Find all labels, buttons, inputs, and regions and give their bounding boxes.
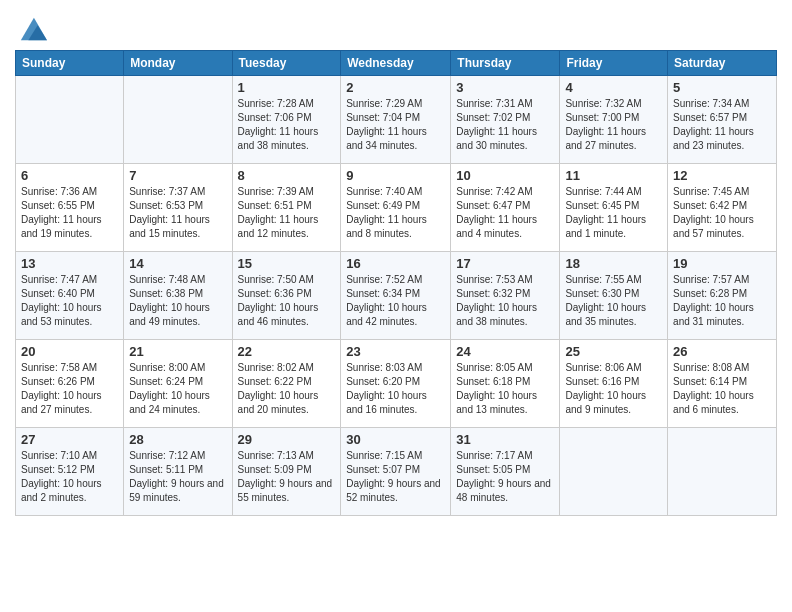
page-header (15, 10, 777, 42)
day-number: 18 (565, 256, 662, 271)
day-info: Sunrise: 7:48 AMSunset: 6:38 PMDaylight:… (129, 273, 226, 329)
day-info: Sunrise: 7:50 AMSunset: 6:36 PMDaylight:… (238, 273, 336, 329)
day-number: 10 (456, 168, 554, 183)
week-row-4: 20Sunrise: 7:58 AMSunset: 6:26 PMDayligh… (16, 340, 777, 428)
day-cell (16, 76, 124, 164)
day-cell: 20Sunrise: 7:58 AMSunset: 6:26 PMDayligh… (16, 340, 124, 428)
day-number: 1 (238, 80, 336, 95)
week-row-1: 1Sunrise: 7:28 AMSunset: 7:06 PMDaylight… (16, 76, 777, 164)
day-number: 3 (456, 80, 554, 95)
day-number: 27 (21, 432, 118, 447)
day-cell: 26Sunrise: 8:08 AMSunset: 6:14 PMDayligh… (668, 340, 777, 428)
day-info: Sunrise: 8:00 AMSunset: 6:24 PMDaylight:… (129, 361, 226, 417)
day-number: 6 (21, 168, 118, 183)
day-number: 4 (565, 80, 662, 95)
day-cell (124, 76, 232, 164)
day-info: Sunrise: 7:32 AMSunset: 7:00 PMDaylight:… (565, 97, 662, 153)
day-info: Sunrise: 7:12 AMSunset: 5:11 PMDaylight:… (129, 449, 226, 505)
week-row-3: 13Sunrise: 7:47 AMSunset: 6:40 PMDayligh… (16, 252, 777, 340)
day-cell: 4Sunrise: 7:32 AMSunset: 7:00 PMDaylight… (560, 76, 668, 164)
day-info: Sunrise: 7:44 AMSunset: 6:45 PMDaylight:… (565, 185, 662, 241)
day-info: Sunrise: 7:10 AMSunset: 5:12 PMDaylight:… (21, 449, 118, 505)
day-number: 19 (673, 256, 771, 271)
day-cell: 23Sunrise: 8:03 AMSunset: 6:20 PMDayligh… (341, 340, 451, 428)
day-info: Sunrise: 7:55 AMSunset: 6:30 PMDaylight:… (565, 273, 662, 329)
calendar-body: 1Sunrise: 7:28 AMSunset: 7:06 PMDaylight… (16, 76, 777, 516)
day-info: Sunrise: 7:37 AMSunset: 6:53 PMDaylight:… (129, 185, 226, 241)
day-number: 13 (21, 256, 118, 271)
day-cell: 27Sunrise: 7:10 AMSunset: 5:12 PMDayligh… (16, 428, 124, 516)
day-number: 22 (238, 344, 336, 359)
day-info: Sunrise: 7:45 AMSunset: 6:42 PMDaylight:… (673, 185, 771, 241)
day-cell: 10Sunrise: 7:42 AMSunset: 6:47 PMDayligh… (451, 164, 560, 252)
day-number: 8 (238, 168, 336, 183)
day-number: 7 (129, 168, 226, 183)
day-number: 14 (129, 256, 226, 271)
day-info: Sunrise: 8:03 AMSunset: 6:20 PMDaylight:… (346, 361, 445, 417)
weekday-header-tuesday: Tuesday (232, 51, 341, 76)
week-row-2: 6Sunrise: 7:36 AMSunset: 6:55 PMDaylight… (16, 164, 777, 252)
weekday-header-wednesday: Wednesday (341, 51, 451, 76)
day-info: Sunrise: 8:05 AMSunset: 6:18 PMDaylight:… (456, 361, 554, 417)
day-cell (560, 428, 668, 516)
day-info: Sunrise: 7:34 AMSunset: 6:57 PMDaylight:… (673, 97, 771, 153)
weekday-row: SundayMondayTuesdayWednesdayThursdayFrid… (16, 51, 777, 76)
day-info: Sunrise: 7:39 AMSunset: 6:51 PMDaylight:… (238, 185, 336, 241)
day-cell (668, 428, 777, 516)
day-cell: 7Sunrise: 7:37 AMSunset: 6:53 PMDaylight… (124, 164, 232, 252)
day-cell: 30Sunrise: 7:15 AMSunset: 5:07 PMDayligh… (341, 428, 451, 516)
calendar-table: SundayMondayTuesdayWednesdayThursdayFrid… (15, 50, 777, 516)
weekday-header-saturday: Saturday (668, 51, 777, 76)
day-info: Sunrise: 7:36 AMSunset: 6:55 PMDaylight:… (21, 185, 118, 241)
day-cell: 24Sunrise: 8:05 AMSunset: 6:18 PMDayligh… (451, 340, 560, 428)
day-cell: 31Sunrise: 7:17 AMSunset: 5:05 PMDayligh… (451, 428, 560, 516)
day-number: 23 (346, 344, 445, 359)
day-cell: 16Sunrise: 7:52 AMSunset: 6:34 PMDayligh… (341, 252, 451, 340)
weekday-header-monday: Monday (124, 51, 232, 76)
day-number: 2 (346, 80, 445, 95)
day-cell: 19Sunrise: 7:57 AMSunset: 6:28 PMDayligh… (668, 252, 777, 340)
day-number: 5 (673, 80, 771, 95)
day-cell: 9Sunrise: 7:40 AMSunset: 6:49 PMDaylight… (341, 164, 451, 252)
day-cell: 18Sunrise: 7:55 AMSunset: 6:30 PMDayligh… (560, 252, 668, 340)
day-cell: 17Sunrise: 7:53 AMSunset: 6:32 PMDayligh… (451, 252, 560, 340)
day-info: Sunrise: 7:57 AMSunset: 6:28 PMDaylight:… (673, 273, 771, 329)
day-number: 24 (456, 344, 554, 359)
day-number: 9 (346, 168, 445, 183)
day-info: Sunrise: 8:08 AMSunset: 6:14 PMDaylight:… (673, 361, 771, 417)
logo (15, 14, 47, 42)
calendar-page: SundayMondayTuesdayWednesdayThursdayFrid… (0, 0, 792, 612)
day-info: Sunrise: 8:06 AMSunset: 6:16 PMDaylight:… (565, 361, 662, 417)
day-cell: 29Sunrise: 7:13 AMSunset: 5:09 PMDayligh… (232, 428, 341, 516)
day-info: Sunrise: 7:15 AMSunset: 5:07 PMDaylight:… (346, 449, 445, 505)
day-cell: 1Sunrise: 7:28 AMSunset: 7:06 PMDaylight… (232, 76, 341, 164)
day-cell: 14Sunrise: 7:48 AMSunset: 6:38 PMDayligh… (124, 252, 232, 340)
day-number: 28 (129, 432, 226, 447)
day-cell: 6Sunrise: 7:36 AMSunset: 6:55 PMDaylight… (16, 164, 124, 252)
logo-icon (19, 14, 47, 42)
day-number: 11 (565, 168, 662, 183)
day-cell: 13Sunrise: 7:47 AMSunset: 6:40 PMDayligh… (16, 252, 124, 340)
day-number: 20 (21, 344, 118, 359)
day-number: 17 (456, 256, 554, 271)
weekday-header-thursday: Thursday (451, 51, 560, 76)
day-number: 12 (673, 168, 771, 183)
day-number: 30 (346, 432, 445, 447)
day-cell: 8Sunrise: 7:39 AMSunset: 6:51 PMDaylight… (232, 164, 341, 252)
day-info: Sunrise: 7:31 AMSunset: 7:02 PMDaylight:… (456, 97, 554, 153)
day-cell: 2Sunrise: 7:29 AMSunset: 7:04 PMDaylight… (341, 76, 451, 164)
day-cell: 15Sunrise: 7:50 AMSunset: 6:36 PMDayligh… (232, 252, 341, 340)
day-cell: 22Sunrise: 8:02 AMSunset: 6:22 PMDayligh… (232, 340, 341, 428)
day-info: Sunrise: 7:53 AMSunset: 6:32 PMDaylight:… (456, 273, 554, 329)
day-cell: 21Sunrise: 8:00 AMSunset: 6:24 PMDayligh… (124, 340, 232, 428)
day-cell: 12Sunrise: 7:45 AMSunset: 6:42 PMDayligh… (668, 164, 777, 252)
day-info: Sunrise: 7:42 AMSunset: 6:47 PMDaylight:… (456, 185, 554, 241)
day-info: Sunrise: 8:02 AMSunset: 6:22 PMDaylight:… (238, 361, 336, 417)
day-number: 29 (238, 432, 336, 447)
week-row-5: 27Sunrise: 7:10 AMSunset: 5:12 PMDayligh… (16, 428, 777, 516)
day-number: 21 (129, 344, 226, 359)
day-number: 31 (456, 432, 554, 447)
day-info: Sunrise: 7:47 AMSunset: 6:40 PMDaylight:… (21, 273, 118, 329)
day-info: Sunrise: 7:29 AMSunset: 7:04 PMDaylight:… (346, 97, 445, 153)
weekday-header-friday: Friday (560, 51, 668, 76)
